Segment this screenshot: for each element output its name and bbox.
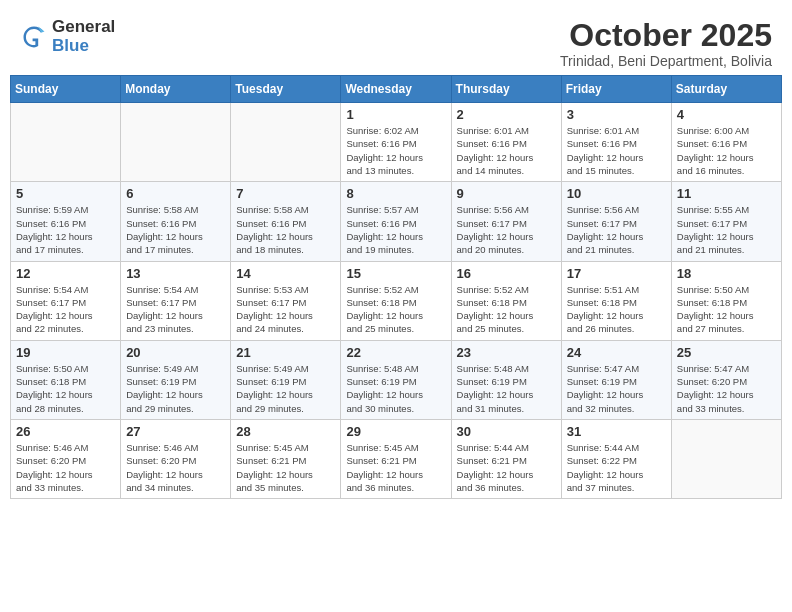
calendar-cell: 13Sunrise: 5:54 AMSunset: 6:17 PMDayligh… [121, 261, 231, 340]
calendar-cell: 7Sunrise: 5:58 AMSunset: 6:16 PMDaylight… [231, 182, 341, 261]
day-info: Sunrise: 6:01 AMSunset: 6:16 PMDaylight:… [457, 124, 556, 177]
day-number: 25 [677, 345, 776, 360]
calendar-cell: 2Sunrise: 6:01 AMSunset: 6:16 PMDaylight… [451, 103, 561, 182]
calendar-cell: 14Sunrise: 5:53 AMSunset: 6:17 PMDayligh… [231, 261, 341, 340]
day-number: 15 [346, 266, 445, 281]
day-number: 31 [567, 424, 666, 439]
day-info: Sunrise: 5:50 AMSunset: 6:18 PMDaylight:… [16, 362, 115, 415]
subtitle: Trinidad, Beni Department, Bolivia [560, 53, 772, 69]
day-number: 29 [346, 424, 445, 439]
day-number: 5 [16, 186, 115, 201]
header-tuesday: Tuesday [231, 76, 341, 103]
calendar-cell: 8Sunrise: 5:57 AMSunset: 6:16 PMDaylight… [341, 182, 451, 261]
day-number: 10 [567, 186, 666, 201]
logo: General Blue [20, 18, 115, 55]
day-number: 16 [457, 266, 556, 281]
header-wednesday: Wednesday [341, 76, 451, 103]
day-info: Sunrise: 5:57 AMSunset: 6:16 PMDaylight:… [346, 203, 445, 256]
calendar-cell: 23Sunrise: 5:48 AMSunset: 6:19 PMDayligh… [451, 340, 561, 419]
day-number: 2 [457, 107, 556, 122]
calendar-cell: 16Sunrise: 5:52 AMSunset: 6:18 PMDayligh… [451, 261, 561, 340]
day-info: Sunrise: 5:52 AMSunset: 6:18 PMDaylight:… [346, 283, 445, 336]
logo-icon [20, 23, 48, 51]
day-info: Sunrise: 5:49 AMSunset: 6:19 PMDaylight:… [126, 362, 225, 415]
day-info: Sunrise: 5:46 AMSunset: 6:20 PMDaylight:… [16, 441, 115, 494]
logo-blue: Blue [52, 37, 115, 56]
day-info: Sunrise: 5:45 AMSunset: 6:21 PMDaylight:… [236, 441, 335, 494]
calendar-cell [231, 103, 341, 182]
calendar-cell [671, 419, 781, 498]
day-number: 7 [236, 186, 335, 201]
day-info: Sunrise: 5:51 AMSunset: 6:18 PMDaylight:… [567, 283, 666, 336]
calendar-week-0: 1Sunrise: 6:02 AMSunset: 6:16 PMDaylight… [11, 103, 782, 182]
header-saturday: Saturday [671, 76, 781, 103]
header-friday: Friday [561, 76, 671, 103]
calendar-cell: 31Sunrise: 5:44 AMSunset: 6:22 PMDayligh… [561, 419, 671, 498]
calendar-cell: 27Sunrise: 5:46 AMSunset: 6:20 PMDayligh… [121, 419, 231, 498]
day-number: 9 [457, 186, 556, 201]
day-number: 4 [677, 107, 776, 122]
day-number: 24 [567, 345, 666, 360]
calendar-cell: 24Sunrise: 5:47 AMSunset: 6:19 PMDayligh… [561, 340, 671, 419]
calendar-cell: 12Sunrise: 5:54 AMSunset: 6:17 PMDayligh… [11, 261, 121, 340]
day-number: 27 [126, 424, 225, 439]
day-info: Sunrise: 5:44 AMSunset: 6:21 PMDaylight:… [457, 441, 556, 494]
day-number: 11 [677, 186, 776, 201]
day-info: Sunrise: 6:01 AMSunset: 6:16 PMDaylight:… [567, 124, 666, 177]
calendar-cell: 5Sunrise: 5:59 AMSunset: 6:16 PMDaylight… [11, 182, 121, 261]
logo-text: General Blue [52, 18, 115, 55]
month-title: October 2025 [560, 18, 772, 53]
day-info: Sunrise: 5:55 AMSunset: 6:17 PMDaylight:… [677, 203, 776, 256]
calendar-header-row: SundayMondayTuesdayWednesdayThursdayFrid… [11, 76, 782, 103]
day-info: Sunrise: 5:45 AMSunset: 6:21 PMDaylight:… [346, 441, 445, 494]
calendar-cell [11, 103, 121, 182]
calendar-cell: 21Sunrise: 5:49 AMSunset: 6:19 PMDayligh… [231, 340, 341, 419]
day-info: Sunrise: 5:49 AMSunset: 6:19 PMDaylight:… [236, 362, 335, 415]
calendar-week-4: 26Sunrise: 5:46 AMSunset: 6:20 PMDayligh… [11, 419, 782, 498]
day-info: Sunrise: 5:56 AMSunset: 6:17 PMDaylight:… [567, 203, 666, 256]
header-monday: Monday [121, 76, 231, 103]
day-number: 30 [457, 424, 556, 439]
calendar-week-2: 12Sunrise: 5:54 AMSunset: 6:17 PMDayligh… [11, 261, 782, 340]
day-info: Sunrise: 5:54 AMSunset: 6:17 PMDaylight:… [126, 283, 225, 336]
calendar-cell: 17Sunrise: 5:51 AMSunset: 6:18 PMDayligh… [561, 261, 671, 340]
day-info: Sunrise: 5:58 AMSunset: 6:16 PMDaylight:… [126, 203, 225, 256]
day-info: Sunrise: 5:52 AMSunset: 6:18 PMDaylight:… [457, 283, 556, 336]
day-info: Sunrise: 5:47 AMSunset: 6:20 PMDaylight:… [677, 362, 776, 415]
day-info: Sunrise: 5:50 AMSunset: 6:18 PMDaylight:… [677, 283, 776, 336]
calendar-week-1: 5Sunrise: 5:59 AMSunset: 6:16 PMDaylight… [11, 182, 782, 261]
day-number: 26 [16, 424, 115, 439]
day-number: 19 [16, 345, 115, 360]
day-number: 8 [346, 186, 445, 201]
day-number: 3 [567, 107, 666, 122]
day-number: 14 [236, 266, 335, 281]
day-number: 17 [567, 266, 666, 281]
page-header: General Blue October 2025 Trinidad, Beni… [10, 10, 782, 75]
day-number: 1 [346, 107, 445, 122]
day-info: Sunrise: 5:58 AMSunset: 6:16 PMDaylight:… [236, 203, 335, 256]
day-info: Sunrise: 6:00 AMSunset: 6:16 PMDaylight:… [677, 124, 776, 177]
header-sunday: Sunday [11, 76, 121, 103]
calendar-cell [121, 103, 231, 182]
day-number: 23 [457, 345, 556, 360]
calendar-cell: 9Sunrise: 5:56 AMSunset: 6:17 PMDaylight… [451, 182, 561, 261]
day-info: Sunrise: 5:59 AMSunset: 6:16 PMDaylight:… [16, 203, 115, 256]
calendar-week-3: 19Sunrise: 5:50 AMSunset: 6:18 PMDayligh… [11, 340, 782, 419]
day-info: Sunrise: 5:48 AMSunset: 6:19 PMDaylight:… [346, 362, 445, 415]
calendar-cell: 4Sunrise: 6:00 AMSunset: 6:16 PMDaylight… [671, 103, 781, 182]
calendar-cell: 6Sunrise: 5:58 AMSunset: 6:16 PMDaylight… [121, 182, 231, 261]
calendar-cell: 10Sunrise: 5:56 AMSunset: 6:17 PMDayligh… [561, 182, 671, 261]
calendar-cell: 3Sunrise: 6:01 AMSunset: 6:16 PMDaylight… [561, 103, 671, 182]
day-info: Sunrise: 5:47 AMSunset: 6:19 PMDaylight:… [567, 362, 666, 415]
calendar-cell: 26Sunrise: 5:46 AMSunset: 6:20 PMDayligh… [11, 419, 121, 498]
calendar-cell: 11Sunrise: 5:55 AMSunset: 6:17 PMDayligh… [671, 182, 781, 261]
day-info: Sunrise: 5:54 AMSunset: 6:17 PMDaylight:… [16, 283, 115, 336]
calendar-cell: 29Sunrise: 5:45 AMSunset: 6:21 PMDayligh… [341, 419, 451, 498]
calendar-cell: 19Sunrise: 5:50 AMSunset: 6:18 PMDayligh… [11, 340, 121, 419]
day-info: Sunrise: 5:44 AMSunset: 6:22 PMDaylight:… [567, 441, 666, 494]
calendar-cell: 15Sunrise: 5:52 AMSunset: 6:18 PMDayligh… [341, 261, 451, 340]
day-info: Sunrise: 6:02 AMSunset: 6:16 PMDaylight:… [346, 124, 445, 177]
day-number: 21 [236, 345, 335, 360]
day-number: 28 [236, 424, 335, 439]
calendar-cell: 30Sunrise: 5:44 AMSunset: 6:21 PMDayligh… [451, 419, 561, 498]
